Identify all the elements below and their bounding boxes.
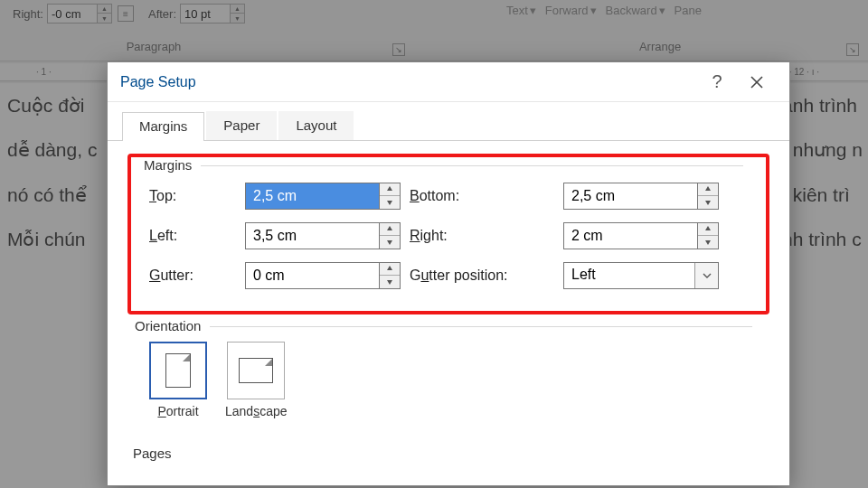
right-field[interactable] [563, 222, 719, 249]
dialog-title: Page Setup [120, 74, 697, 90]
close-button[interactable] [737, 64, 777, 100]
right-label: Right: [410, 228, 554, 244]
bottom-label: Bottom: [410, 188, 554, 204]
spin-down-icon[interactable] [380, 236, 400, 249]
svg-marker-4 [705, 186, 711, 191]
spin-up-icon[interactable] [380, 263, 400, 276]
spin-up-icon[interactable] [380, 223, 400, 236]
left-field[interactable] [245, 222, 401, 249]
page-setup-dialog: Page Setup ? Margins Paper Layout Margin… [107, 61, 790, 486]
svg-marker-6 [387, 226, 392, 230]
svg-marker-8 [705, 226, 711, 230]
right-input[interactable] [564, 223, 697, 249]
gutter-label: Gutter: [149, 267, 236, 284]
spin-up-icon[interactable] [698, 223, 718, 236]
close-icon [750, 75, 764, 89]
margins-fieldset: Margins Top: Bottom: Left: [137, 159, 760, 302]
margins-legend: Margins [140, 157, 195, 173]
dialog-titlebar: Page Setup ? [108, 62, 789, 102]
svg-marker-9 [705, 240, 711, 245]
portrait-label: Portrait [157, 404, 198, 418]
gutter-field[interactable] [245, 262, 401, 289]
gutter-position-label: Gutter position: [410, 267, 554, 284]
chevron-down-icon[interactable] [694, 263, 718, 288]
top-label: Top: [149, 188, 236, 204]
portrait-page-icon [165, 353, 191, 388]
tab-margins[interactable]: Margins [122, 112, 204, 141]
orientation-fieldset: Orientation Portrait Landscape [127, 320, 769, 431]
highlight-annotation: Margins Top: Bottom: Left: [127, 154, 769, 314]
gutter-input[interactable] [246, 263, 379, 288]
svg-marker-3 [387, 201, 392, 205]
svg-marker-7 [387, 240, 392, 245]
gutter-position-dropdown[interactable]: Left [563, 262, 719, 289]
top-input[interactable] [246, 183, 379, 209]
orientation-portrait[interactable]: Portrait [149, 342, 207, 418]
spin-down-icon[interactable] [698, 196, 718, 209]
svg-marker-5 [705, 201, 711, 205]
svg-marker-2 [387, 186, 392, 191]
spin-up-icon[interactable] [380, 183, 400, 196]
left-label: Left: [149, 228, 236, 244]
spin-down-icon[interactable] [698, 236, 718, 249]
bottom-input[interactable] [564, 183, 697, 209]
landscape-page-icon [239, 358, 273, 383]
orientation-legend: Orientation [131, 318, 204, 333]
landscape-label: Landscape [225, 404, 288, 418]
spin-down-icon[interactable] [380, 276, 400, 288]
spin-down-icon[interactable] [380, 196, 400, 209]
left-input[interactable] [246, 223, 379, 249]
spin-up-icon[interactable] [698, 183, 718, 196]
help-button[interactable]: ? [697, 64, 737, 100]
pages-section-label: Pages [133, 446, 769, 461]
gutter-position-value: Left [564, 263, 694, 288]
svg-marker-10 [387, 266, 392, 270]
tab-paper[interactable]: Paper [206, 111, 277, 140]
orientation-landscape[interactable]: Landscape [225, 342, 288, 418]
svg-marker-11 [387, 280, 392, 285]
bottom-field[interactable] [563, 183, 719, 210]
dialog-tabs: Margins Paper Layout [108, 102, 789, 141]
tab-layout[interactable]: Layout [278, 111, 354, 140]
top-field[interactable] [245, 183, 401, 210]
